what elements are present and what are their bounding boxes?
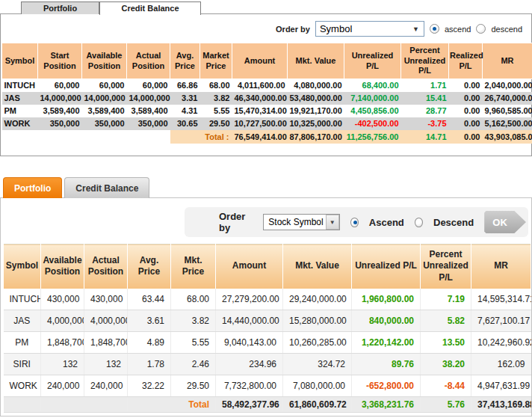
column-header: Avg. Price: [170, 43, 200, 79]
symbol-cell: WORK: [4, 375, 41, 397]
value-cell: 26,740,000.00: [483, 92, 532, 105]
total-value: 58,492,377.96: [216, 397, 283, 413]
column-header: Available Position: [41, 245, 84, 289]
value-cell: 66.86: [170, 79, 200, 92]
descend-label[interactable]: Descend: [433, 217, 474, 228]
column-header: Symbol: [2, 43, 38, 79]
descend-radio[interactable]: [476, 24, 486, 34]
value-cell: 1.78: [128, 354, 171, 375]
total-value: 37,413,169.88: [471, 397, 531, 413]
value-cell: 63.44: [128, 289, 171, 310]
value-cell: 15,280,000.00: [283, 310, 352, 332]
value-cell: 5.82: [421, 310, 471, 332]
portfolio-section: Portfolio Credit Balance Order by Stock …: [0, 177, 532, 417]
total-value: 87,806,170.00: [288, 130, 344, 144]
column-header: Actual Position: [84, 245, 128, 289]
table-row: INTUCH60,00060,00060,00066.8668.004,011,…: [2, 79, 532, 92]
value-cell: 3.31: [170, 92, 200, 105]
top-panel: Order by Symbol ▼ ascend descend SymbolS…: [0, 13, 532, 156]
value-cell: -652,800.00: [352, 375, 421, 397]
ascend-label[interactable]: ascend: [445, 25, 471, 34]
value-cell: -8.44: [421, 375, 471, 397]
ascend-radio[interactable]: [350, 218, 359, 227]
value-cell: 14,000,000: [82, 92, 127, 105]
value-cell: 28.77: [401, 105, 449, 117]
value-cell: 14,000,000: [127, 92, 170, 105]
value-cell: 89.76: [352, 354, 421, 375]
ok-button[interactable]: OK: [484, 211, 526, 233]
blank-cell: [38, 130, 82, 144]
tab-credit-balance-top[interactable]: Credit Balance: [99, 1, 201, 15]
value-cell: 53,480,000.00: [288, 92, 344, 105]
value-cell: 60,000: [38, 79, 82, 92]
blank-cell: [82, 130, 127, 144]
total-row: Total58,492,377.9661,860,609.723,368,231…: [4, 397, 531, 413]
portfolio-table-top: SymbolStart PositionAvailable PositionAc…: [1, 43, 532, 144]
total-value: 76,549,414.00: [232, 130, 288, 144]
value-cell: 30.65: [170, 117, 200, 130]
total-label: Total :: [170, 130, 232, 144]
column-header: Realized P/L: [449, 43, 483, 79]
value-cell: 0.00: [449, 79, 483, 92]
value-cell: 1.71: [401, 79, 449, 92]
value-cell: 10,242,960.92: [471, 332, 531, 354]
value-cell: 60,000: [82, 79, 127, 92]
chevron-down-icon[interactable]: ▼: [326, 215, 339, 230]
value-cell: 3,589,400: [82, 105, 127, 117]
value-cell: 7,627,100.17: [471, 310, 531, 332]
column-header: Unrealized P/L: [344, 43, 401, 79]
value-cell: 2.46: [171, 354, 216, 375]
symbol-cell: PM: [2, 105, 38, 117]
value-cell: 29,240,000.00: [283, 289, 352, 310]
value-cell: 68.00: [171, 289, 216, 310]
tab-portfolio-bottom[interactable]: Portfolio: [3, 177, 62, 198]
value-cell: -3.75: [401, 117, 449, 130]
column-header: Mkt. Value: [288, 43, 344, 79]
chevron-down-icon: ▼: [412, 25, 419, 33]
value-cell: 13.50: [421, 332, 471, 354]
descend-radio[interactable]: [415, 218, 423, 227]
column-header: Avg. Price: [128, 245, 171, 289]
value-cell: 162.09: [471, 354, 531, 375]
value-cell: 3,589,400: [127, 105, 170, 117]
value-cell: 3.61: [128, 310, 171, 332]
order-by-selected-value: Symbol: [320, 23, 352, 34]
value-cell: 4,011,600.00: [232, 79, 288, 92]
bottom-panel: Order by Stock Symbol ▼ Ascend Descend O…: [0, 197, 532, 417]
value-cell: 7,080,000.00: [283, 375, 352, 397]
column-header: Mkt. Price: [171, 245, 216, 289]
value-cell: 840,000.00: [352, 310, 421, 332]
value-cell: 0.00: [449, 92, 483, 105]
total-value: 14.71: [401, 130, 449, 144]
value-cell: -402,500.00: [344, 117, 401, 130]
value-cell: 29.50: [200, 117, 232, 130]
total-value: 3,368,231.76: [352, 397, 421, 413]
value-cell: 60,000: [127, 79, 170, 92]
value-cell: 0.00: [449, 105, 483, 117]
value-cell: 5,162,500.00: [483, 117, 532, 130]
total-value: 11,256,756.00: [344, 130, 401, 144]
tab-portfolio-top[interactable]: Portfolio: [21, 1, 99, 14]
top-tab-bar: Portfolio Credit Balance: [0, 0, 532, 14]
value-cell: 132: [84, 354, 128, 375]
value-cell: 350,000: [82, 117, 127, 130]
order-by-select[interactable]: Symbol ▼: [315, 21, 424, 37]
value-cell: 4.89: [128, 332, 171, 354]
total-value: 61,860,609.72: [283, 397, 352, 413]
ascend-radio[interactable]: [430, 24, 439, 34]
credit-balance-section: Portfolio Credit Balance Order by Symbol…: [0, 0, 532, 156]
order-by-select[interactable]: Stock Symbol ▼: [263, 214, 339, 230]
tab-credit-balance-bottom[interactable]: Credit Balance: [64, 177, 149, 198]
symbol-cell: WORK: [2, 117, 38, 130]
value-cell: 350,000: [38, 117, 82, 130]
descend-label[interactable]: descend: [491, 25, 522, 34]
column-header: Mkt. Value: [283, 245, 352, 289]
total-value: 43,903,085.00: [483, 130, 532, 144]
value-cell: 240,000: [84, 375, 128, 397]
value-cell: 2,040,000.00: [483, 79, 532, 92]
ascend-label[interactable]: Ascend: [369, 217, 404, 228]
value-cell: 68,400.00: [344, 79, 401, 92]
value-cell: 7,140,000.00: [344, 92, 401, 105]
value-cell: 15,470,314.00: [232, 105, 288, 117]
order-by-selected-value: Stock Symbol: [264, 217, 325, 227]
